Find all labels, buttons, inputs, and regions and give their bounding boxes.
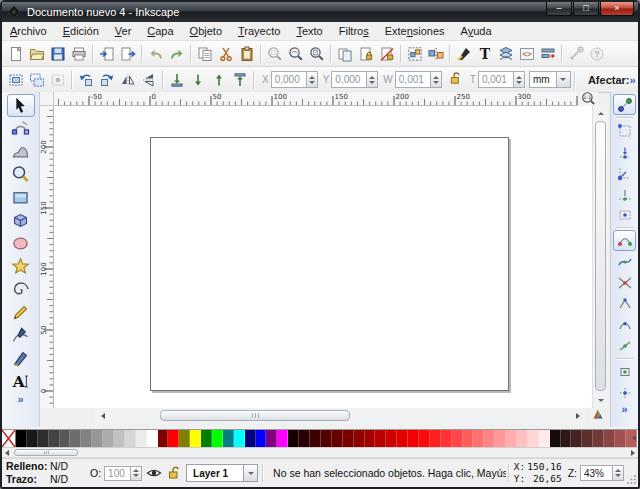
toolbox-overflow-chevron[interactable]: » [17,393,23,405]
cmd-redo-button[interactable] [166,43,187,65]
cmd-ungroup-button[interactable] [425,43,446,65]
palette-swatch[interactable] [125,430,136,447]
unit-dropdown-button[interactable] [557,71,571,88]
menu-capa[interactable]: Capa [139,23,181,39]
palette-swatch[interactable] [495,430,506,447]
palette-swatch[interactable] [321,430,332,447]
cmd-import-button[interactable] [96,43,117,65]
snap-bbox-edge-midpoints-button[interactable] [613,183,636,204]
palette-swatch[interactable] [375,430,386,447]
cmd-group-button[interactable] [404,43,425,65]
palette-swatch[interactable] [266,430,277,447]
palette-swatch[interactable] [408,430,419,447]
cmd-preferences-button[interactable] [565,43,586,65]
tool-star-button[interactable] [7,255,35,278]
palette-swatch[interactable] [49,430,60,447]
scroll-down-button[interactable] [594,394,608,407]
palette-swatch[interactable] [212,430,223,447]
cmd-new-button[interactable] [5,43,26,65]
title-bar[interactable]: Documento nuevo 4 - Inkscape [2,2,638,22]
menu-filtros[interactable]: Filtros [331,23,377,39]
palette-swatch[interactable] [256,430,267,447]
palette-swatch[interactable] [114,430,125,447]
opacity-spinner[interactable] [131,466,142,481]
snap-bbox-edges-button[interactable] [613,141,636,162]
snap-rotation-centers-button[interactable] [613,382,636,403]
menu-extensiones[interactable]: Extensiones [377,23,453,39]
opt-lower-to-bottom-button[interactable] [166,69,187,91]
palette-swatch[interactable] [16,430,27,447]
cmd-unlink-clone-button[interactable] [376,43,397,65]
palette-swatch[interactable] [463,430,474,447]
layer-selector[interactable]: Layer 1 [186,464,258,482]
resize-grip[interactable] [627,474,637,486]
menu-ver[interactable]: Ver [107,23,140,39]
palette-swatch[interactable] [343,430,354,447]
maximize-button[interactable]: □ [573,2,599,16]
cmd-undo-button[interactable] [145,43,166,65]
palette-swatch[interactable] [332,430,343,447]
opt-select-all-layers-button[interactable] [26,69,47,91]
palette-swatch[interactable] [582,430,593,447]
zoom-spinner[interactable] [613,465,624,481]
palette-swatch[interactable] [223,430,234,447]
cmd-print-button[interactable] [68,43,89,65]
tool-calligraphy-button[interactable] [7,347,35,370]
opt-lower-button[interactable] [187,69,208,91]
layer-dropdown-button[interactable] [244,464,258,482]
tool-selector-button[interactable] [7,94,35,117]
opacity-field[interactable]: 100 [104,466,131,481]
tool-rectangle-button[interactable] [7,186,35,209]
palette-swatch[interactable] [615,430,626,447]
horizontal-scroll-thumb[interactable] [160,410,350,421]
palette-swatch[interactable] [70,430,81,447]
snap-object-centers-button[interactable] [613,361,636,382]
t-field[interactable]: 0,001 [478,71,514,88]
vertical-scrollbar[interactable] [592,106,608,408]
palette-swatch[interactable] [179,430,190,447]
menu-trayecto[interactable]: Trayecto [230,23,288,39]
layer-visibility-button[interactable] [146,465,162,481]
cmd-open-button[interactable] [26,43,47,65]
tool-zoom-button[interactable] [7,163,35,186]
snap-master-button[interactable] [613,94,636,115]
menu-archivo[interactable]: Archivo [2,23,55,39]
cmd-layers-button[interactable] [495,43,516,65]
palette-swatch[interactable] [473,430,484,447]
palette-swatch[interactable] [365,430,376,447]
tool-spiral-button[interactable] [7,278,35,301]
palette-swatch[interactable] [441,430,452,447]
cmd-paste-button[interactable] [236,43,257,65]
scroll-right-button[interactable] [571,409,584,423]
tool-tweak-button[interactable] [7,140,35,163]
palette-swatch[interactable] [386,430,397,447]
palette-swatch[interactable] [604,430,615,447]
palette-swatch[interactable] [517,430,528,447]
close-button[interactable]: × [600,2,634,16]
scroll-left-button[interactable] [96,409,109,423]
w-field[interactable]: 0,001 [395,71,431,88]
opt-select-all-button[interactable] [5,69,26,91]
palette-swatch[interactable] [136,430,147,447]
cmd-save-button[interactable] [47,43,68,65]
tool-node-button[interactable] [7,117,35,140]
tool-pencil-button[interactable] [7,301,35,324]
vertical-ruler[interactable]: 200150100500 [40,106,54,408]
palette-scroll-right-icon[interactable] [631,450,635,456]
palette-swatch[interactable] [92,430,103,447]
menu-objeto[interactable]: Objeto [182,23,230,39]
palette-swatch[interactable] [288,430,299,447]
y-field[interactable]: 0,000 [331,71,367,88]
snap-line-midpoints-button[interactable] [613,335,636,356]
horizontal-ruler[interactable]: -50050100150200250300350 [54,92,578,106]
tool-box3d-button[interactable] [7,209,35,232]
snap-bbox-centers-button[interactable] [613,204,636,225]
tool-text-button[interactable]: A [7,370,35,393]
cmd-cut-button[interactable] [215,43,236,65]
cmd-copy-button[interactable] [194,43,215,65]
palette-swatch[interactable] [60,430,71,447]
minimize-button[interactable]: – [546,2,572,16]
cmd-duplicate-button[interactable] [334,43,355,65]
palette-swatch[interactable] [571,430,582,447]
opt-flip-vertical-button[interactable] [138,69,159,91]
